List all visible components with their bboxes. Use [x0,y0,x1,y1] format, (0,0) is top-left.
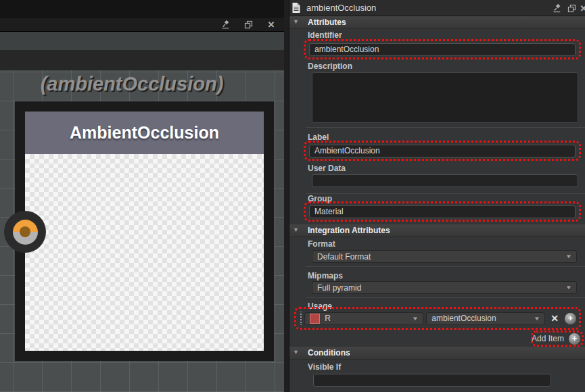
chevron-down-icon: ▼ [565,253,572,260]
properties-panel: ambientOcclusion ✕ [289,0,585,392]
remove-usage-icon[interactable]: ✕ [551,313,559,324]
label-input[interactable] [309,145,576,157]
float-window-icon[interactable] [241,19,256,31]
section-title: Integration Attributes [308,226,390,235]
user-data-label: User Data [308,164,346,173]
collapse-triangle-icon[interactable]: ▼ [293,226,299,233]
drag-handle[interactable] [299,312,302,325]
section-header-attributes[interactable]: ▼ Attributes [289,16,585,29]
node-graph-canvas[interactable]: (ambientOcclusion) AmbientOcclusion [0,70,284,392]
node-preview-transparent [25,154,264,351]
description-textarea[interactable] [312,72,578,123]
channel-color-swatch [310,314,320,324]
user-data-input[interactable] [312,174,578,187]
mipmaps-label: Mipmaps [308,271,343,280]
close-icon[interactable]: ✕ [579,2,585,14]
divider [306,266,585,267]
float-window-icon[interactable] [564,2,579,14]
pane-splitter[interactable] [284,0,289,392]
output-node-header: AmbientOcclusion [25,112,264,154]
usage-map-value: ambientOcclusion [431,314,496,323]
port-channel-icon [13,220,38,245]
add-item-plus-icon[interactable]: + [569,333,580,345]
identifier-input[interactable] [309,43,576,56]
graph-pane-header [0,0,284,18]
close-icon[interactable]: ✕ [264,19,279,31]
properties-window-controls: ✕ [549,0,585,16]
divider [306,297,585,298]
port-center-dot [20,226,30,237]
section-header-conditions[interactable]: ▼ Conditions [289,347,585,360]
graph-toolbar-strip [0,31,284,50]
section-title: Attributes [308,18,346,27]
output-node-title: AmbientOcclusion [70,123,219,143]
document-icon [291,2,301,14]
add-usage-plus-icon[interactable]: + [565,313,576,324]
usage-map-dropdown[interactable]: ambientOcclusion ▼ [426,312,545,325]
label-highlight [304,141,581,161]
node-input-port[interactable] [4,211,46,253]
format-label: Format [308,239,335,249]
format-dropdown-value: Default Format [317,252,371,262]
chevron-down-icon: ▼ [565,285,572,291]
description-label: Description [308,62,352,71]
identifier-highlight [304,39,581,59]
section-title: Conditions [308,348,350,358]
application-window: ✕ (ambientOcclusion) AmbientOcclusion [0,0,585,392]
usage-channel-dropdown[interactable]: R ▼ [304,312,423,325]
visible-if-input[interactable] [313,374,551,387]
mipmaps-dropdown-value: Full pyramid [317,283,361,293]
identifier-label: Identifier [308,30,342,40]
divider [306,127,585,128]
add-item-highlight: Add Item + [531,330,584,347]
group-input[interactable] [309,205,576,218]
graph-view-pane: ✕ (ambientOcclusion) AmbientOcclusion [0,0,284,392]
format-dropdown[interactable]: Default Format ▼ [312,250,577,263]
graph-tab-strip [0,50,284,70]
collapse-triangle-icon[interactable]: ▼ [293,349,299,356]
pin-icon[interactable] [218,19,233,31]
chevron-down-icon: ▼ [534,316,540,322]
chevron-down-icon: ▼ [412,316,419,322]
graph-pane-window-controls: ✕ [0,18,284,31]
collapse-triangle-icon[interactable]: ▼ [293,18,299,25]
graph-ghost-title: (ambientOcclusion) [0,73,264,95]
visible-if-label: Visible If [308,362,341,372]
properties-title: ambientOcclusion [306,3,376,13]
group-highlight [304,201,581,222]
mipmaps-dropdown[interactable]: Full pyramid ▼ [312,281,577,294]
add-item-button[interactable]: Add Item [532,334,564,343]
pin-icon[interactable] [549,2,564,14]
properties-titlebar: ambientOcclusion ✕ [289,0,585,16]
section-header-integration-attributes[interactable]: ▼ Integration Attributes [289,224,585,237]
usage-row-highlight: R ▼ ambientOcclusion ▼ ✕ + [294,307,581,330]
divider [306,193,585,194]
output-node[interactable]: AmbientOcclusion [15,101,274,361]
usage-channel-value: R [325,314,331,323]
